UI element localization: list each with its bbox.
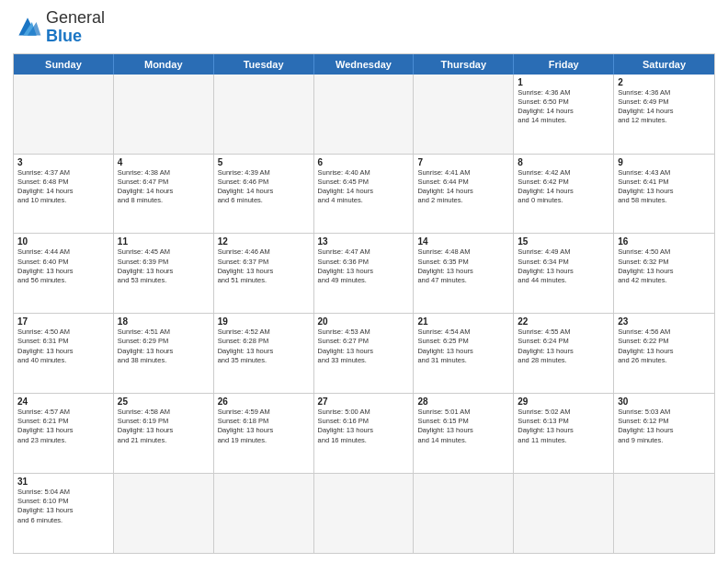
cell-day-number: 26 [218, 396, 310, 407]
cell-day-number: 10 [17, 236, 109, 247]
cell-day-number: 20 [318, 316, 410, 327]
weekday-header-sunday: Sunday [14, 54, 114, 75]
cell-sun-info: Sunrise: 5:02 AM Sunset: 6:13 PM Dayligh… [518, 408, 609, 445]
cell-day-number: 23 [618, 316, 711, 327]
calendar-cell: 24Sunrise: 4:57 AM Sunset: 6:21 PM Dayli… [14, 394, 114, 473]
calendar-cell: 7Sunrise: 4:41 AM Sunset: 6:44 PM Daylig… [414, 155, 514, 234]
calendar-cell: 20Sunrise: 4:53 AM Sunset: 6:27 PM Dayli… [314, 314, 415, 393]
calendar-cell: 3Sunrise: 4:37 AM Sunset: 6:48 PM Daylig… [14, 155, 114, 234]
calendar-cell: 19Sunrise: 4:52 AM Sunset: 6:28 PM Dayli… [214, 314, 314, 393]
cell-sun-info: Sunrise: 4:51 AM Sunset: 6:29 PM Dayligh… [118, 327, 210, 365]
cell-day-number: 4 [118, 157, 210, 167]
cell-day-number: 24 [17, 396, 109, 407]
calendar-cell: 2Sunrise: 4:36 AM Sunset: 6:49 PM Daylig… [614, 75, 714, 154]
cell-day-number: 17 [17, 316, 109, 327]
cell-sun-info: Sunrise: 5:01 AM Sunset: 6:15 PM Dayligh… [417, 408, 509, 445]
cell-day-number: 2 [618, 77, 711, 87]
calendar-cell: 27Sunrise: 5:00 AM Sunset: 6:16 PM Dayli… [314, 394, 415, 473]
cell-day-number: 12 [218, 236, 310, 247]
calendar-cell: 28Sunrise: 5:01 AM Sunset: 6:15 PM Dayli… [414, 394, 514, 473]
cell-sun-info: Sunrise: 5:00 AM Sunset: 6:16 PM Dayligh… [318, 408, 410, 445]
calendar-cell: 25Sunrise: 4:58 AM Sunset: 6:19 PM Dayli… [114, 394, 214, 473]
calendar-header: SundayMondayTuesdayWednesdayThursdayFrid… [14, 54, 714, 75]
header: GeneralBlue [13, 9, 715, 46]
cell-day-number: 3 [17, 157, 109, 167]
cell-day-number: 27 [318, 396, 410, 407]
calendar-cell: 4Sunrise: 4:38 AM Sunset: 6:47 PM Daylig… [114, 155, 214, 234]
calendar-row-2: 10Sunrise: 4:44 AM Sunset: 6:40 PM Dayli… [14, 233, 714, 313]
calendar-row-0: 1Sunrise: 4:36 AM Sunset: 6:50 PM Daylig… [14, 75, 714, 154]
cell-sun-info: Sunrise: 4:54 AM Sunset: 6:25 PM Dayligh… [417, 327, 509, 365]
cell-sun-info: Sunrise: 4:47 AM Sunset: 6:36 PM Dayligh… [318, 247, 410, 285]
cell-sun-info: Sunrise: 4:42 AM Sunset: 6:42 PM Dayligh… [518, 168, 609, 206]
cell-sun-info: Sunrise: 4:50 AM Sunset: 6:31 PM Dayligh… [17, 327, 109, 365]
weekday-header-thursday: Thursday [414, 54, 514, 75]
calendar-cell: 29Sunrise: 5:02 AM Sunset: 6:13 PM Dayli… [514, 394, 614, 473]
cell-sun-info: Sunrise: 4:48 AM Sunset: 6:35 PM Dayligh… [417, 247, 509, 285]
calendar-cell: 10Sunrise: 4:44 AM Sunset: 6:40 PM Dayli… [14, 234, 114, 313]
cell-day-number: 19 [218, 316, 310, 327]
cell-day-number: 8 [518, 157, 609, 167]
logo-icon [13, 15, 42, 40]
calendar: SundayMondayTuesdayWednesdayThursdayFrid… [13, 53, 715, 554]
weekday-header-monday: Monday [114, 54, 214, 75]
cell-day-number: 29 [518, 396, 609, 407]
cell-day-number: 11 [118, 236, 210, 247]
cell-sun-info: Sunrise: 4:58 AM Sunset: 6:19 PM Dayligh… [118, 408, 210, 445]
calendar-cell: 16Sunrise: 4:50 AM Sunset: 6:32 PM Dayli… [614, 234, 714, 313]
cell-sun-info: Sunrise: 4:53 AM Sunset: 6:27 PM Dayligh… [318, 327, 410, 365]
cell-sun-info: Sunrise: 5:03 AM Sunset: 6:12 PM Dayligh… [618, 408, 711, 445]
cell-sun-info: Sunrise: 4:59 AM Sunset: 6:18 PM Dayligh… [218, 408, 310, 445]
cell-sun-info: Sunrise: 4:57 AM Sunset: 6:21 PM Dayligh… [17, 408, 109, 445]
calendar-cell: 6Sunrise: 4:40 AM Sunset: 6:45 PM Daylig… [314, 155, 415, 234]
cell-day-number: 9 [618, 157, 711, 167]
cell-sun-info: Sunrise: 4:36 AM Sunset: 6:50 PM Dayligh… [518, 88, 609, 126]
page: GeneralBlue SundayMondayTuesdayWednesday… [0, 0, 728, 563]
cell-sun-info: Sunrise: 4:37 AM Sunset: 6:48 PM Dayligh… [17, 168, 109, 206]
weekday-header-friday: Friday [514, 54, 614, 75]
cell-sun-info: Sunrise: 4:50 AM Sunset: 6:32 PM Dayligh… [618, 247, 711, 285]
cell-day-number: 16 [618, 236, 711, 247]
cell-day-number: 5 [218, 157, 310, 167]
calendar-cell: 30Sunrise: 5:03 AM Sunset: 6:12 PM Dayli… [614, 394, 714, 473]
calendar-body: 1Sunrise: 4:36 AM Sunset: 6:50 PM Daylig… [14, 75, 714, 553]
calendar-cell [514, 474, 614, 553]
calendar-cell: 1Sunrise: 4:36 AM Sunset: 6:50 PM Daylig… [514, 75, 614, 154]
calendar-cell: 23Sunrise: 4:56 AM Sunset: 6:22 PM Dayli… [614, 314, 714, 393]
cell-day-number: 1 [518, 77, 609, 87]
weekday-header-wednesday: Wednesday [314, 54, 415, 75]
cell-day-number: 28 [417, 396, 509, 407]
calendar-cell: 31Sunrise: 5:04 AM Sunset: 6:10 PM Dayli… [14, 474, 114, 553]
cell-sun-info: Sunrise: 4:49 AM Sunset: 6:34 PM Dayligh… [518, 247, 609, 285]
weekday-header-tuesday: Tuesday [214, 54, 314, 75]
cell-day-number: 30 [618, 396, 711, 407]
cell-sun-info: Sunrise: 4:55 AM Sunset: 6:24 PM Dayligh… [518, 327, 609, 365]
cell-day-number: 31 [17, 477, 109, 487]
calendar-cell: 14Sunrise: 4:48 AM Sunset: 6:35 PM Dayli… [414, 234, 514, 313]
cell-sun-info: Sunrise: 4:39 AM Sunset: 6:46 PM Dayligh… [218, 168, 310, 206]
calendar-cell: 8Sunrise: 4:42 AM Sunset: 6:42 PM Daylig… [514, 155, 614, 234]
calendar-cell [614, 474, 714, 553]
calendar-cell [14, 75, 114, 154]
cell-day-number: 15 [518, 236, 609, 247]
cell-sun-info: Sunrise: 4:38 AM Sunset: 6:47 PM Dayligh… [118, 168, 210, 206]
cell-sun-info: Sunrise: 4:52 AM Sunset: 6:28 PM Dayligh… [218, 327, 310, 365]
cell-sun-info: Sunrise: 4:56 AM Sunset: 6:22 PM Dayligh… [618, 327, 711, 365]
calendar-cell [414, 474, 514, 553]
cell-sun-info: Sunrise: 4:40 AM Sunset: 6:45 PM Dayligh… [318, 168, 410, 206]
calendar-cell: 11Sunrise: 4:45 AM Sunset: 6:39 PM Dayli… [114, 234, 214, 313]
logo: GeneralBlue [13, 9, 105, 46]
calendar-row-4: 24Sunrise: 4:57 AM Sunset: 6:21 PM Dayli… [14, 393, 714, 473]
calendar-cell: 26Sunrise: 4:59 AM Sunset: 6:18 PM Dayli… [214, 394, 314, 473]
calendar-cell: 12Sunrise: 4:46 AM Sunset: 6:37 PM Dayli… [214, 234, 314, 313]
cell-day-number: 14 [417, 236, 509, 247]
calendar-row-5: 31Sunrise: 5:04 AM Sunset: 6:10 PM Dayli… [14, 473, 714, 553]
cell-sun-info: Sunrise: 4:45 AM Sunset: 6:39 PM Dayligh… [118, 247, 210, 285]
calendar-cell: 22Sunrise: 4:55 AM Sunset: 6:24 PM Dayli… [514, 314, 614, 393]
calendar-cell: 9Sunrise: 4:43 AM Sunset: 6:41 PM Daylig… [614, 155, 714, 234]
cell-day-number: 13 [318, 236, 410, 247]
calendar-cell [114, 75, 214, 154]
calendar-cell: 15Sunrise: 4:49 AM Sunset: 6:34 PM Dayli… [514, 234, 614, 313]
cell-sun-info: Sunrise: 4:46 AM Sunset: 6:37 PM Dayligh… [218, 247, 310, 285]
cell-day-number: 22 [518, 316, 609, 327]
